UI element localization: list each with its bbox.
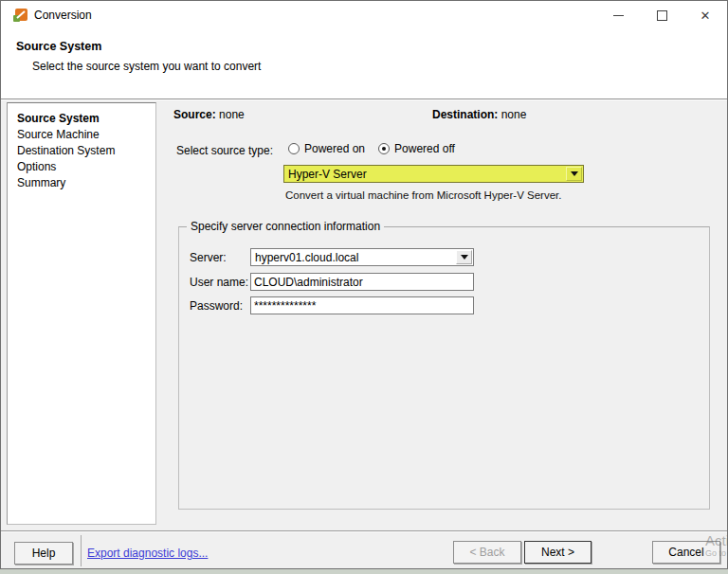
footer-bar: Help Export diagnostic logs... < Back Ne… [1, 532, 727, 569]
radio-powered-off-label: Powered off [394, 142, 455, 155]
radio-powered-on[interactable]: Powered on [288, 142, 365, 155]
page-subtitle: Select the source system you want to con… [32, 60, 261, 73]
source-summary: Source: none [173, 108, 245, 121]
export-diagnostic-logs-link[interactable]: Export diagnostic logs... [87, 547, 208, 560]
source-type-dropdown-value: Hyper-V Server [284, 168, 566, 181]
source-type-dropdown[interactable]: Hyper-V Server [283, 165, 584, 183]
server-combobox-arrow-button[interactable] [456, 250, 472, 264]
server-combobox-value: hyperv01.cloud.local [251, 251, 456, 264]
cancel-button[interactable]: Cancel [652, 541, 720, 564]
maximize-button[interactable] [640, 1, 683, 29]
conversion-wizard-window: Conversion ✕ Source System Select the so… [0, 0, 728, 569]
minimize-icon [613, 15, 624, 16]
maximize-icon [657, 10, 667, 21]
wizard-header: Source System Select the source system y… [1, 29, 727, 99]
window-controls: ✕ [596, 1, 727, 29]
sidebar-item-source-system[interactable]: Source System [8, 111, 155, 127]
radio-powered-off-circle[interactable] [378, 143, 390, 154]
chevron-down-icon [571, 171, 578, 176]
screen: { "window": { "title": "Conversion", "cl… [0, 0, 728, 574]
radio-powered-on-circle[interactable] [288, 143, 300, 154]
converter-app-icon [13, 8, 28, 23]
chevron-down-icon [461, 255, 468, 260]
window-title: Conversion [34, 9, 92, 22]
source-type-radio-group: Powered on Powered off [288, 142, 455, 155]
wizard-steps-sidebar: Source System Source Machine Destination… [7, 102, 156, 525]
radio-powered-on-label: Powered on [304, 142, 365, 155]
title-bar: Conversion ✕ [1, 1, 727, 29]
destination-label: Destination: [432, 108, 498, 121]
footer-divider [81, 535, 82, 566]
destination-value: none [501, 108, 527, 121]
source-type-description: Convert a virtual machine from Microsoft… [285, 189, 561, 201]
username-row: User name: [190, 273, 474, 291]
back-button: < Back [453, 541, 521, 564]
server-row: Server: hyperv01.cloud.local [190, 248, 474, 266]
help-button[interactable]: Help [14, 542, 73, 565]
password-input[interactable] [250, 296, 474, 314]
sidebar-item-summary[interactable]: Summary [8, 175, 155, 191]
minimize-button[interactable] [596, 1, 640, 29]
close-button[interactable]: ✕ [683, 1, 727, 29]
sidebar-item-destination-system[interactable]: Destination System [8, 143, 155, 159]
sidebar-item-source-machine[interactable]: Source Machine [8, 127, 155, 143]
server-connection-groupbox: Specify server connection information Se… [178, 226, 710, 510]
sidebar-item-options[interactable]: Options [8, 159, 155, 175]
header-separator [1, 99, 727, 100]
server-combobox[interactable]: hyperv01.cloud.local [250, 248, 474, 266]
password-field-label: Password: [190, 299, 250, 313]
page-title: Source System [16, 40, 101, 53]
close-icon: ✕ [701, 9, 711, 22]
destination-summary: Destination: none [432, 108, 526, 121]
radio-powered-off[interactable]: Powered off [378, 142, 455, 155]
select-source-type-label: Select source type: [176, 144, 273, 157]
groupbox-legend: Specify server connection information [187, 220, 384, 233]
password-row: Password: [190, 296, 474, 314]
username-field-label: User name: [190, 276, 250, 289]
username-input[interactable] [250, 273, 474, 291]
server-field-label: Server: [190, 251, 250, 264]
source-label: Source: [173, 108, 216, 121]
source-value: none [219, 108, 245, 121]
source-type-dropdown-arrow-button[interactable] [566, 167, 582, 181]
next-button[interactable]: Next > [524, 541, 592, 564]
